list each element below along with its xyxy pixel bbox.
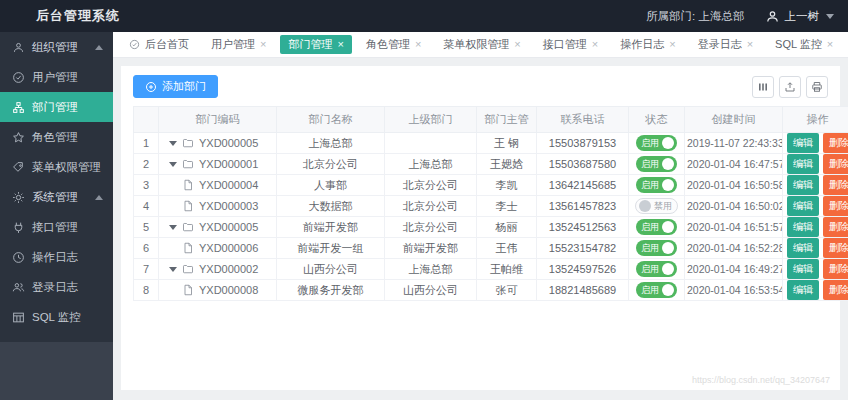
row-index: 7 xyxy=(134,259,159,280)
close-icon[interactable]: × xyxy=(747,39,753,50)
op-log-icon xyxy=(12,251,25,264)
user-menu[interactable]: 上一树 xyxy=(765,9,835,24)
dept-code: YXD000002 xyxy=(199,263,258,275)
edit-button[interactable]: 编辑 xyxy=(787,154,819,174)
status-toggle[interactable]: 禁用 xyxy=(635,198,678,214)
sidebar-item-用户管理[interactable]: 用户管理 xyxy=(0,62,113,92)
close-icon[interactable]: × xyxy=(337,39,343,50)
content-card: 添加部门 部门编码部门名称上级部门部门主管联系电话状态创建时间操作 1YXD00… xyxy=(121,66,840,390)
tab-角色管理[interactable]: 角色管理× xyxy=(358,35,429,54)
sidebar-item-部门管理[interactable]: 部门管理 xyxy=(0,92,113,122)
tab-label: 部门管理 xyxy=(288,37,332,52)
tab-用户管理[interactable]: 用户管理× xyxy=(203,35,274,54)
status-toggle[interactable]: 启用 xyxy=(636,135,677,151)
close-icon[interactable]: × xyxy=(827,39,833,50)
edit-button[interactable]: 编辑 xyxy=(787,217,819,237)
chevron-down-icon xyxy=(826,14,834,19)
edit-button[interactable]: 编辑 xyxy=(787,280,819,300)
api-icon xyxy=(12,221,25,234)
status-toggle[interactable]: 启用 xyxy=(636,219,677,235)
department-table: 部门编码部门名称上级部门部门主管联系电话状态创建时间操作 1YXD000005上… xyxy=(133,106,848,301)
department-label: 所属部门: 上海总部 xyxy=(646,9,744,24)
table-row: 8YXD000008微服务开发部山西分公司张可18821485689启用2020… xyxy=(134,280,848,301)
tab-接口管理[interactable]: 接口管理× xyxy=(535,35,606,54)
edit-button[interactable]: 编辑 xyxy=(787,196,819,216)
close-icon[interactable]: × xyxy=(260,39,266,50)
delete-button[interactable]: 删除 xyxy=(823,217,848,237)
sidebar-item-SQL 监控[interactable]: SQL 监控 xyxy=(0,302,113,332)
export-button[interactable] xyxy=(779,76,801,98)
delete-button[interactable]: 删除 xyxy=(823,259,848,279)
status-label: 启用 xyxy=(639,179,659,192)
status-toggle[interactable]: 启用 xyxy=(636,156,677,172)
close-icon[interactable]: × xyxy=(669,39,675,50)
sidebar-item-label: 菜单权限管理 xyxy=(32,160,101,175)
edit-button[interactable]: 编辑 xyxy=(787,133,819,153)
status-toggle[interactable]: 启用 xyxy=(636,282,677,298)
row-actions: 编辑删除 xyxy=(783,133,848,154)
sidebar-group-组织管理[interactable]: 组织管理 xyxy=(0,32,113,62)
check-circle-icon xyxy=(129,39,140,50)
tab-bar: 后台首页用户管理×部门管理×角色管理×菜单权限管理×接口管理×操作日志×登录日志… xyxy=(113,32,848,58)
sidebar-item-登录日志[interactable]: 登录日志 xyxy=(0,272,113,302)
dept-code-cell: YXD000005 xyxy=(161,137,274,149)
tab-后台首页[interactable]: 后台首页 xyxy=(121,35,197,54)
add-department-button[interactable]: 添加部门 xyxy=(133,75,218,98)
status-cell: 启用 xyxy=(629,154,685,175)
sidebar-item-接口管理[interactable]: 接口管理 xyxy=(0,212,113,242)
edit-button[interactable]: 编辑 xyxy=(787,238,819,258)
close-icon[interactable]: × xyxy=(415,39,421,50)
dept-manager: 王 钢 xyxy=(477,133,537,154)
row-index: 1 xyxy=(134,133,159,154)
dept-name: 微服务开发部 xyxy=(277,280,385,301)
expand-caret-icon[interactable] xyxy=(169,267,177,272)
sidebar-group-label: 组织管理 xyxy=(32,40,78,55)
dept-name: 前端开发部 xyxy=(277,217,385,238)
expand-caret-icon[interactable] xyxy=(169,141,177,146)
columns-button[interactable] xyxy=(752,76,774,98)
delete-button[interactable]: 删除 xyxy=(823,133,848,153)
status-toggle[interactable]: 启用 xyxy=(636,177,677,193)
sidebar-item-label: 接口管理 xyxy=(32,220,78,235)
sidebar-item-角色管理[interactable]: 角色管理 xyxy=(0,122,113,152)
delete-button[interactable]: 删除 xyxy=(823,196,848,216)
expand-caret-icon[interactable] xyxy=(169,225,177,230)
export-icon xyxy=(784,81,796,93)
contact-phone: 15503879153 xyxy=(537,133,629,154)
dept-manager: 杨丽 xyxy=(477,217,537,238)
delete-button[interactable]: 删除 xyxy=(823,154,848,174)
close-icon[interactable]: × xyxy=(514,39,520,50)
dept-manager: 王媤娢 xyxy=(477,154,537,175)
tab-label: 菜单权限管理 xyxy=(443,37,509,52)
created-time: 2020-01-04 16:51:57 xyxy=(685,217,783,238)
contact-phone: 18821485689 xyxy=(537,280,629,301)
table-row: 6YXD000006前端开发一组前端开发部王伟15523154782启用2020… xyxy=(134,238,848,259)
table-header-row: 部门编码部门名称上级部门部门主管联系电话状态创建时间操作 xyxy=(134,107,848,133)
sidebar-item-操作日志[interactable]: 操作日志 xyxy=(0,242,113,272)
close-icon[interactable]: × xyxy=(592,39,598,50)
row-index: 3 xyxy=(134,175,159,196)
sidebar-item-菜单权限管理[interactable]: 菜单权限管理 xyxy=(0,152,113,182)
tab-SQL 监控[interactable]: SQL 监控× xyxy=(767,35,841,54)
expand-caret-icon[interactable] xyxy=(169,162,177,167)
dept-code: YXD000001 xyxy=(199,158,258,170)
delete-button[interactable]: 删除 xyxy=(823,175,848,195)
dept-code: YXD000006 xyxy=(199,242,258,254)
table-row: 5YXD000005前端开发部北京分公司杨丽13524512563启用2020-… xyxy=(134,217,848,238)
print-button[interactable] xyxy=(806,76,828,98)
tab-登录日志[interactable]: 登录日志× xyxy=(690,35,761,54)
delete-button[interactable]: 删除 xyxy=(823,280,848,300)
edit-button[interactable]: 编辑 xyxy=(787,259,819,279)
status-toggle[interactable]: 启用 xyxy=(636,261,677,277)
sidebar-group-label: 系统管理 xyxy=(32,190,78,205)
status-toggle[interactable]: 启用 xyxy=(636,240,677,256)
tab-操作日志[interactable]: 操作日志× xyxy=(612,35,683,54)
tab-菜单权限管理[interactable]: 菜单权限管理× xyxy=(435,35,528,54)
tab-部门管理[interactable]: 部门管理× xyxy=(280,35,351,54)
status-label: 启用 xyxy=(639,242,659,255)
delete-button[interactable]: 删除 xyxy=(823,238,848,258)
contact-phone: 13524512563 xyxy=(537,217,629,238)
edit-button[interactable]: 编辑 xyxy=(787,175,819,195)
column-header: 部门主管 xyxy=(477,107,537,133)
sidebar-group-系统管理[interactable]: 系统管理 xyxy=(0,182,113,212)
